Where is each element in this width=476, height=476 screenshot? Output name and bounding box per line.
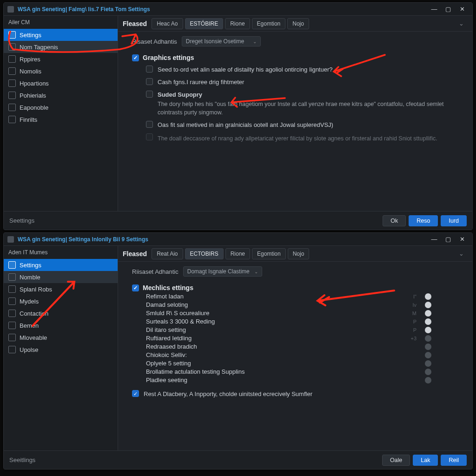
window-title: WSA gin Seneting| Falmg\ Iis.7 Fieta Tom… bbox=[18, 6, 428, 13]
tab-rione[interactable]: Rione bbox=[225, 248, 250, 259]
list-icon bbox=[8, 79, 16, 87]
section-title: Mechlics ettings bbox=[143, 284, 193, 291]
ok-button[interactable]: Ok bbox=[383, 215, 406, 226]
checkbox[interactable] bbox=[146, 66, 153, 73]
toggle-switch[interactable] bbox=[425, 293, 431, 300]
minimize-button[interactable]: — bbox=[428, 4, 441, 14]
toggle-switch[interactable] bbox=[425, 318, 431, 325]
toggle-label: Pladlee seeting bbox=[146, 377, 187, 383]
titlebar[interactable]: WSA gin Seneting| Falmg\ Iis.7 Fieta Tom… bbox=[4, 3, 472, 16]
tab-egomtion[interactable]: Egomtion bbox=[252, 248, 286, 259]
toggle-label: Ruftiared Ietdling bbox=[146, 335, 192, 342]
sidebar-item-mydels[interactable]: Mydels bbox=[4, 295, 118, 307]
sidebar-item-nomble[interactable]: Nomble bbox=[4, 271, 118, 283]
toggle-switch[interactable] bbox=[425, 327, 431, 333]
tab-estóbire[interactable]: ESTÓBIRE bbox=[185, 18, 224, 29]
toggle-switch[interactable] bbox=[425, 335, 431, 342]
close-button[interactable]: ✕ bbox=[456, 234, 469, 245]
sidebar-item-label: Nomolis bbox=[20, 68, 41, 75]
toggle-row: Refimot IadanI" bbox=[146, 293, 464, 300]
tab-ectobirs[interactable]: ECTOBIRS bbox=[185, 248, 224, 259]
toggle-switch[interactable] bbox=[425, 360, 431, 367]
oale-button[interactable]: Oale bbox=[382, 455, 410, 466]
sidebar-item-settings[interactable]: Settings bbox=[4, 29, 118, 41]
list-icon bbox=[8, 322, 16, 329]
sidebar: Ailer CM SettingsNom TagpenisRppiresNomo… bbox=[4, 16, 118, 211]
gear-icon bbox=[8, 31, 16, 39]
toggle-switch[interactable] bbox=[425, 310, 431, 317]
minimize-button[interactable]: — bbox=[428, 234, 441, 245]
sidebar-item-upolse[interactable]: Upolse bbox=[4, 344, 118, 356]
sidebar-item-settings[interactable]: Settings bbox=[4, 259, 118, 271]
sidebar-item-mloveable[interactable]: Mloveable bbox=[4, 331, 118, 344]
chevron-down-icon: ⌄ bbox=[253, 39, 257, 44]
section-checkbox[interactable]: ✓ bbox=[132, 54, 139, 61]
toggle-label: Redraased bradich bbox=[146, 343, 197, 350]
maximize-button[interactable]: ▢ bbox=[442, 234, 455, 245]
checkbox[interactable]: ✓ bbox=[132, 390, 139, 397]
toggle-switch[interactable] bbox=[425, 352, 431, 358]
tab-nojo[interactable]: Nojo bbox=[287, 18, 309, 29]
tab-bar: Fleased Reat AioECTOBIRSRioneEgomtionNoj… bbox=[118, 246, 472, 262]
toggle-row: Redraased bradich bbox=[146, 343, 464, 350]
list-icon bbox=[8, 334, 16, 341]
toggle-label: Smluld R\ S ocurealiure bbox=[146, 310, 210, 317]
chevron-down-icon[interactable]: ⌄ bbox=[455, 249, 468, 259]
titlebar[interactable]: WSA gin Seneting| Seltinga Inlonlly Bil … bbox=[4, 233, 472, 246]
preset-dropdown[interactable]: Dreget Isonsie Osetime ⌄ bbox=[182, 36, 261, 46]
sidebar-item-eaponoble[interactable]: Eaponoble bbox=[4, 101, 118, 113]
iurd-button[interactable]: Iurd bbox=[441, 215, 467, 226]
section-checkbox[interactable]: ✓ bbox=[132, 284, 139, 291]
toggle-row: Smluld R\ S ocurealiureM bbox=[146, 310, 464, 317]
toggle-label: Refimot Iadan bbox=[146, 293, 184, 300]
checkbox[interactable] bbox=[146, 121, 153, 128]
sidebar-item-label: Contaction bbox=[20, 310, 48, 317]
checkbox bbox=[146, 133, 153, 140]
tab-egomtion[interactable]: Egomtion bbox=[252, 18, 286, 29]
sidebar-item-contaction[interactable]: Contaction bbox=[4, 307, 118, 319]
sidebar-item-finrilts[interactable]: Finrilts bbox=[4, 113, 118, 126]
lak-button[interactable]: Lak bbox=[413, 455, 438, 466]
tab-reat aio[interactable]: Reat Aio bbox=[152, 248, 183, 259]
sidebar-item-bemen[interactable]: Bemen bbox=[4, 319, 118, 331]
option-label: Oas fit sal metived in ain gralnicials o… bbox=[158, 121, 464, 129]
option-row: Seed to·ord vet alin saale of distailty … bbox=[146, 66, 464, 74]
close-button[interactable]: ✕ bbox=[456, 4, 469, 14]
toggle-switch[interactable] bbox=[425, 302, 431, 308]
toggle-meta: P bbox=[413, 319, 416, 324]
combo-label: Riisaset Adhantic bbox=[132, 268, 178, 275]
toggle-switch[interactable] bbox=[425, 344, 431, 350]
reil-button[interactable]: Reil bbox=[441, 455, 467, 466]
tab-heac ao[interactable]: Heac Ao bbox=[152, 18, 183, 29]
checkbox[interactable] bbox=[146, 78, 153, 85]
option-row: Suded SupopryThe dory help hes his "ous … bbox=[146, 91, 464, 117]
option-description: The doall deccasore of nrang ady allpeta… bbox=[158, 134, 464, 143]
footer: Seeitlings OaleLakReil bbox=[4, 450, 472, 469]
toggle-label: Dil itaro setting bbox=[146, 326, 186, 333]
option-description: The dory help hes his "ous fam hagetiom … bbox=[158, 100, 464, 117]
sidebar-item-nom-tagpenis[interactable]: Nom Tagpenis bbox=[4, 41, 118, 53]
checkbox[interactable] bbox=[146, 91, 153, 98]
toggle-switch[interactable] bbox=[425, 377, 431, 383]
preset-dropdown[interactable]: Domagt Isgnale Clastime ⌄ bbox=[183, 266, 262, 277]
tabs-heading: Fleased bbox=[123, 20, 147, 27]
sidebar-item-nomolis[interactable]: Nomolis bbox=[4, 65, 118, 77]
combo-label: Risaset Adhantis bbox=[132, 38, 177, 45]
toggle-meta: I" bbox=[413, 294, 416, 299]
sidebar-item-label: Nom Tagpenis bbox=[20, 44, 58, 51]
chevron-down-icon[interactable]: ⌄ bbox=[455, 19, 468, 29]
toggle-switch[interactable] bbox=[425, 369, 431, 375]
list-icon bbox=[8, 55, 16, 63]
gear-icon bbox=[8, 261, 16, 269]
footer-label: Seeitlings bbox=[9, 456, 379, 463]
sidebar-item-hpoartions[interactable]: Hpoartions bbox=[4, 77, 118, 89]
list-icon bbox=[8, 298, 16, 305]
tab-nojo[interactable]: Nojo bbox=[288, 248, 310, 259]
sidebar-item-pohierials[interactable]: Pohierials bbox=[4, 89, 118, 101]
maximize-button[interactable]: ▢ bbox=[442, 4, 455, 14]
sidebar-item-rppires[interactable]: Rppires bbox=[4, 53, 118, 65]
reso-button[interactable]: Reso bbox=[409, 215, 438, 226]
sidebar-item-splanl-robs[interactable]: Splanl Robs bbox=[4, 283, 118, 295]
tab-rione[interactable]: Rione bbox=[225, 18, 250, 29]
toggle-row: Surteals 3 3000 & RedingP bbox=[146, 318, 464, 325]
